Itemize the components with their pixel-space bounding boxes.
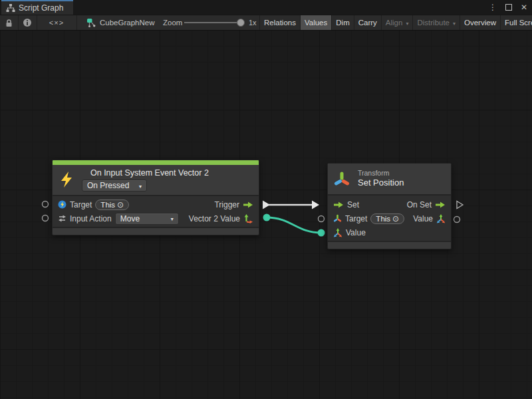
event-node-title: On Input System Event Vector 2 xyxy=(90,165,259,178)
unity-script-graph-window: { "window": { "tab": "Script Graph", "co… xyxy=(0,0,532,399)
target-icon: ⊙ xyxy=(392,214,399,223)
node-set-position[interactable]: Transform Set Position Set On Set xyxy=(327,163,452,249)
node-footer xyxy=(328,241,451,249)
flow-arrow-icon xyxy=(333,201,344,209)
target-label: Target xyxy=(345,214,367,223)
title-bar: Script Graph ⋮ ✕ xyxy=(0,0,532,15)
setpos-node-title: Set Position xyxy=(358,178,451,188)
values-button[interactable]: Values xyxy=(301,15,332,30)
lock-icon xyxy=(5,19,13,27)
close-icon[interactable]: ✕ xyxy=(521,3,527,12)
dim-button[interactable]: Dim xyxy=(332,15,354,30)
overview-button[interactable]: Overview xyxy=(460,15,501,30)
event-type-dropdown[interactable]: On Pressed ▾ xyxy=(82,180,147,192)
window-controls: ⋮ ✕ xyxy=(489,0,527,15)
input-action-dropdown[interactable]: Move ▾ xyxy=(115,213,179,225)
dim-label: Dim xyxy=(336,19,349,27)
relations-label: Relations xyxy=(264,19,296,27)
node-footer xyxy=(53,227,259,235)
carry-label: Carry xyxy=(358,19,377,27)
transform-icon xyxy=(333,170,350,188)
script-graph-icon xyxy=(6,3,15,13)
overview-label: Overview xyxy=(464,19,496,27)
align-label: Align xyxy=(386,19,403,27)
target-this-value: This xyxy=(376,215,390,223)
value-out-label: Value xyxy=(413,214,433,223)
node-on-input-system-event[interactable]: On Input System Event Vector 2 On Presse… xyxy=(52,160,259,235)
distribute-label: Distribute xyxy=(417,19,450,27)
transform-mini-icon xyxy=(333,214,342,223)
event-inputaction-row: Input Action Move ▾ Vector 2 Value xyxy=(53,211,259,225)
event-accent-bar xyxy=(53,160,259,165)
chevron-down-icon: ▾ xyxy=(171,216,174,222)
node-category: Transform xyxy=(358,164,451,177)
lock-button[interactable] xyxy=(0,15,19,30)
input-action-icon xyxy=(58,214,66,223)
relations-button[interactable]: Relations xyxy=(260,15,301,30)
event-type-value: On Pressed xyxy=(87,181,129,190)
vector2-value-label: Vector 2 Value xyxy=(189,214,240,223)
values-label: Values xyxy=(305,19,327,27)
on-set-label: On Set xyxy=(407,200,432,209)
setpos-node-body: Set On Set Target This ⊙ xyxy=(328,196,451,241)
info-button[interactable] xyxy=(18,15,37,30)
event-node-body: Target This ⊙ Trigger xyxy=(53,196,259,227)
graph-name: CubeGraphNew xyxy=(100,19,154,27)
chevron-down-icon: ▾ xyxy=(453,21,456,27)
code-view-button[interactable]: <×> xyxy=(37,15,77,30)
full-screen-label: Full Screen xyxy=(505,19,532,27)
event-target-icon xyxy=(58,200,66,209)
zoom-label: Zoom xyxy=(163,15,182,30)
input-action-value: Move xyxy=(120,214,140,223)
full-screen-button[interactable]: Full Screen xyxy=(501,15,532,30)
event-node-header: On Input System Event Vector 2 On Presse… xyxy=(53,165,259,195)
toolbar-toggle-group: Relations Values Dim Carry Align ▾ Distr… xyxy=(259,15,532,30)
align-button[interactable]: Align ▾ xyxy=(382,15,414,30)
input-action-label: Input Action xyxy=(70,214,112,223)
target-label: Target xyxy=(70,200,92,209)
distribute-button[interactable]: Distribute ▾ xyxy=(413,15,460,30)
setpos-target-row: Target This ⊙ Value xyxy=(328,211,451,225)
vector3-icon xyxy=(333,228,342,237)
vector3-icon xyxy=(436,214,446,223)
port-value-in[interactable] xyxy=(318,229,325,237)
target-this-field[interactable]: This ⊙ xyxy=(370,213,404,224)
target-this-field[interactable]: This ⊙ xyxy=(95,200,129,210)
maximize-icon[interactable] xyxy=(505,4,512,11)
chevron-down-icon: ▾ xyxy=(406,21,408,27)
zoom-slider-track[interactable] xyxy=(184,22,240,23)
value-in-label: Value xyxy=(346,228,366,237)
target-icon: ⊙ xyxy=(117,200,124,209)
code-icon: <×> xyxy=(49,19,64,27)
flow-arrow-icon xyxy=(243,201,253,209)
zoom-value: 1x xyxy=(249,15,257,30)
setpos-value-row: Value xyxy=(328,225,451,239)
event-target-row: Target This ⊙ Trigger xyxy=(53,198,259,211)
lightning-icon xyxy=(59,171,74,188)
flow-arrow-icon xyxy=(435,201,446,209)
chevron-down-icon: ▾ xyxy=(139,184,142,190)
tab-title: Script Graph xyxy=(19,3,63,13)
vector2-icon xyxy=(243,214,253,223)
set-label: Set xyxy=(347,200,359,209)
graph-asset-icon xyxy=(86,18,96,27)
setpos-node-header: Transform Set Position xyxy=(328,164,451,194)
zoom-slider-handle[interactable] xyxy=(237,19,245,27)
carry-button[interactable]: Carry xyxy=(354,15,382,30)
port-vector2-out[interactable] xyxy=(263,214,271,221)
info-icon xyxy=(23,18,32,27)
trigger-label: Trigger xyxy=(214,200,239,209)
target-this-value: This xyxy=(100,201,115,209)
tab-script-graph[interactable]: Script Graph xyxy=(1,0,73,15)
graph-breadcrumb[interactable]: CubeGraphNew xyxy=(86,15,154,30)
window-menu-icon[interactable]: ⋮ xyxy=(489,3,497,12)
graph-toolbar: <×> CubeGraphNew Zoom 1x Relations Value… xyxy=(0,15,532,31)
setpos-set-row: Set On Set xyxy=(328,198,451,211)
